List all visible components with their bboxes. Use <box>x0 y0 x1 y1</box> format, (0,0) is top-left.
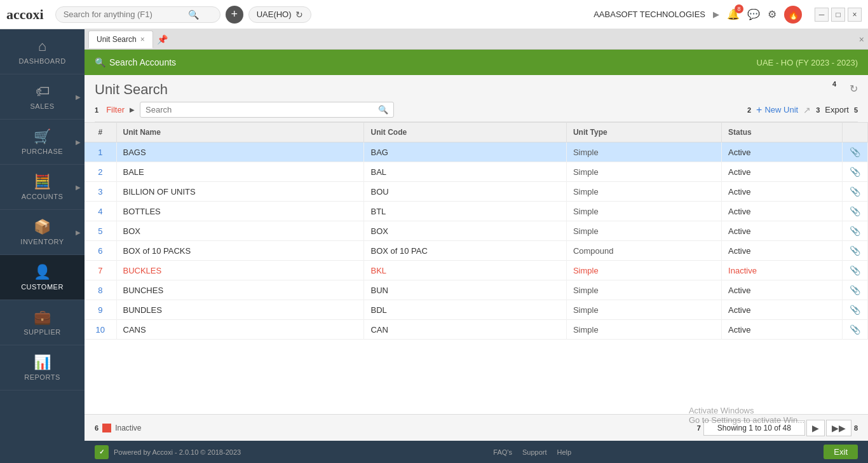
cell-unit-name: BUNCHES <box>116 280 364 300</box>
table-row[interactable]: 8 BUNCHES BUN Simple Active 📎 <box>85 280 868 300</box>
cell-actions[interactable]: 📎 <box>843 221 868 241</box>
messages-icon[interactable]: 💬 <box>747 8 760 20</box>
table-row[interactable]: 6 BOX of 10 PACKS BOX of 10 PAC Compound… <box>85 241 868 261</box>
maximize-button[interactable]: □ <box>831 8 845 22</box>
attach-icon[interactable]: 📎 <box>850 147 860 157</box>
table-row[interactable]: 3 BILLION OF UNITS BOU Simple Active 📎 <box>85 182 868 202</box>
new-unit-plus-icon: + <box>756 104 762 116</box>
cell-actions[interactable]: 📎 <box>843 280 868 300</box>
cell-actions[interactable]: 📎 <box>843 182 868 202</box>
toolbar-right: 2 + New Unit ↗ 3 Export 5 <box>747 104 858 116</box>
pagination-last-button[interactable]: ▶▶ <box>826 420 851 436</box>
new-unit-external-icon[interactable]: ↗ <box>803 105 811 115</box>
attach-icon[interactable]: 📎 <box>850 167 860 177</box>
accounts-arrow-icon: ▶ <box>76 184 81 191</box>
new-unit-button[interactable]: + New Unit <box>756 104 798 116</box>
attach-icon[interactable]: 📎 <box>850 186 860 197</box>
cell-unit-code: BOX of 10 PAC <box>364 241 566 261</box>
notifications-icon-wrapper[interactable]: 🔔 8 <box>727 8 740 20</box>
cell-unit-type: Simple <box>566 202 721 221</box>
global-search-input[interactable] <box>64 10 184 19</box>
inactive-legend-label: Inactive <box>115 424 141 432</box>
cell-actions[interactable]: 📎 <box>843 142 868 162</box>
app-logo: accoxi <box>6 6 44 23</box>
search-icon: 🔍 <box>378 105 388 114</box>
sidebar-item-customer[interactable]: 👤 CUSTOMER <box>0 255 85 300</box>
user-avatar[interactable]: 🔥 <box>784 6 802 24</box>
pagination-info: Showing 1 to 10 of 48 <box>703 420 805 436</box>
faq-link[interactable]: FAQ's <box>493 448 512 456</box>
global-search-container[interactable]: 🔍 <box>55 6 220 23</box>
sidebar-item-supplier[interactable]: 💼 SUPPLIER <box>0 300 85 345</box>
window-controls: ─ □ × <box>815 8 862 22</box>
page-refresh-button[interactable]: ↻ <box>850 83 858 95</box>
export-button[interactable]: Export <box>825 105 849 114</box>
inventory-arrow-icon: ▶ <box>76 229 81 236</box>
cell-actions[interactable]: 📎 <box>843 261 868 280</box>
filter-arrow-icon: ▶ <box>130 106 135 113</box>
search-input[interactable] <box>146 105 374 114</box>
cell-unit-code: BAL <box>364 162 566 182</box>
search-accounts-button[interactable]: 🔍 Search Accounts <box>95 57 176 67</box>
sidebar-item-sales[interactable]: 🏷 SALES ▶ <box>0 74 85 120</box>
sidebar-item-purchase[interactable]: 🛒 PURCHASE ▶ <box>0 120 85 165</box>
table-row[interactable]: 2 BALE BAL Simple Active 📎 <box>85 162 868 182</box>
cell-unit-type: Simple <box>566 142 721 162</box>
table-row[interactable]: 1 BAGS BAG Simple Active 📎 <box>85 142 868 162</box>
cell-actions[interactable]: 📎 <box>843 202 868 221</box>
table-row[interactable]: 7 BUCKLES BKL Simple Inactive 📎 <box>85 261 868 280</box>
tabbar-pin-icon[interactable]: 📌 <box>157 34 168 45</box>
table-row[interactable]: 9 BUNDLES BDL Simple Active 📎 <box>85 300 868 320</box>
table-row[interactable]: 4 BOTTLES BTL Simple Active 📎 <box>85 202 868 221</box>
sidebar-item-inventory[interactable]: 📦 INVENTORY ▶ <box>0 210 85 255</box>
pagination-next-button[interactable]: ▶ <box>806 420 825 436</box>
filter-button[interactable]: Filter <box>106 105 125 114</box>
tab-close-icon[interactable]: × <box>140 35 145 44</box>
attach-icon[interactable]: 📎 <box>850 226 860 236</box>
cell-num: 4 <box>85 202 116 221</box>
tabbar-close-icon[interactable]: × <box>859 34 864 45</box>
minimize-button[interactable]: ─ <box>815 8 829 22</box>
attach-icon[interactable]: 📎 <box>850 285 860 295</box>
sidebar-label-inventory: INVENTORY <box>20 238 64 245</box>
footer: 6 Inactive 7 Showing 1 to 10 of 48 ▶ ▶▶ … <box>85 414 868 441</box>
sidebar-label-accounts: ACCOUNTS <box>22 193 64 200</box>
new-unit-label: New Unit <box>764 105 798 114</box>
export-label: Export <box>825 105 849 114</box>
cell-status: Active <box>722 280 843 300</box>
company-selector[interactable]: UAE(HO) ↻ <box>248 6 311 23</box>
support-link[interactable]: Support <box>522 448 547 456</box>
cell-status: Active <box>722 300 843 320</box>
cell-actions[interactable]: 📎 <box>843 300 868 320</box>
powered-by-area: ✓ Powered by Accoxi - 2.0.10 © 2018-2023 <box>95 445 241 459</box>
cell-actions[interactable]: 📎 <box>843 320 868 340</box>
sidebar-item-reports[interactable]: 📊 REPORTS <box>0 345 85 390</box>
help-link[interactable]: Help <box>557 448 571 456</box>
settings-icon[interactable]: ⚙ <box>768 8 776 20</box>
attach-icon[interactable]: 📎 <box>850 206 860 216</box>
sidebar-item-accounts[interactable]: 🧮 ACCOUNTS ▶ <box>0 165 85 210</box>
company-refresh-icon[interactable]: ↻ <box>295 10 303 20</box>
search-accounts-label: Search Accounts <box>109 57 176 67</box>
cell-actions[interactable]: 📎 <box>843 241 868 261</box>
table-row[interactable]: 5 BOX BOX Simple Active 📎 <box>85 221 868 241</box>
table-row[interactable]: 10 CANS CAN Simple Active 📎 <box>85 320 868 340</box>
search-bar[interactable]: 🔍 <box>140 102 394 118</box>
attach-icon[interactable]: 📎 <box>850 265 860 275</box>
attach-icon[interactable]: 📎 <box>850 245 860 256</box>
cell-unit-type: Simple <box>566 261 721 280</box>
add-button[interactable]: + <box>226 6 243 24</box>
attach-icon[interactable]: 📎 <box>850 305 860 315</box>
cell-actions[interactable]: 📎 <box>843 162 868 182</box>
attach-icon[interactable]: 📎 <box>850 324 860 335</box>
sidebar: ⌂ DASHBOARD 🏷 SALES ▶ 🛒 PURCHASE ▶ 🧮 ACC… <box>0 29 85 463</box>
close-window-button[interactable]: × <box>848 8 862 22</box>
cell-status: Inactive <box>722 261 843 280</box>
table-body: 1 BAGS BAG Simple Active 📎 2 BALE BAL Si… <box>85 142 868 340</box>
exit-button[interactable]: Exit <box>824 445 858 459</box>
sidebar-item-dashboard[interactable]: ⌂ DASHBOARD <box>0 29 85 74</box>
cell-unit-code: BAG <box>364 142 566 162</box>
units-table: # Unit Name Unit Code Unit Type Status 1… <box>85 123 868 340</box>
cell-unit-type: Simple <box>566 320 721 340</box>
tab-unit-search[interactable]: Unit Search × <box>88 31 153 48</box>
